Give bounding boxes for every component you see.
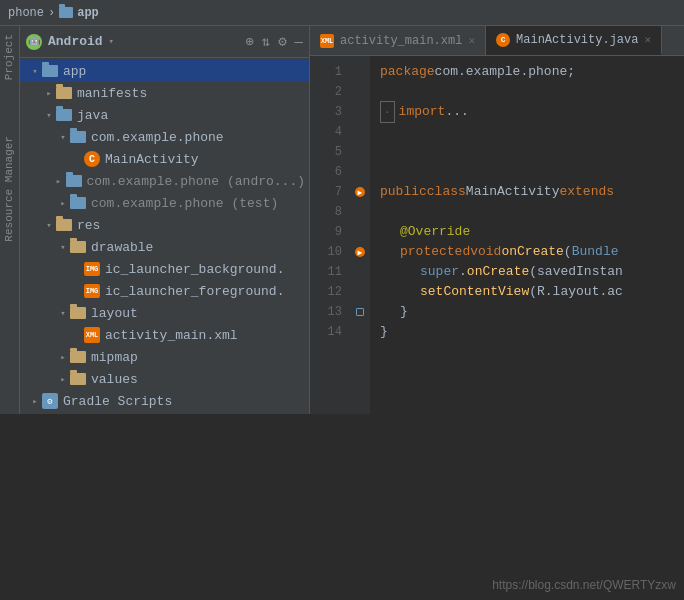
kw-package: package	[380, 62, 435, 82]
folder-icon-app	[42, 65, 58, 77]
line-num-9: 9	[310, 222, 342, 242]
code-import-dots: ...	[445, 102, 468, 122]
line-num-3: 3	[310, 102, 342, 122]
kw-protected: protected	[400, 242, 470, 262]
breadcrumb-bar: phone › app	[0, 0, 684, 26]
gutter-10: ▶	[350, 242, 370, 262]
annotation-override: @Override	[400, 222, 470, 242]
tree-item-app[interactable]: app	[20, 60, 309, 82]
label-layout: layout	[91, 306, 138, 321]
arrow-com-example	[56, 132, 70, 143]
chevron-down-icon[interactable]: ▾	[109, 36, 114, 47]
gutter-13	[350, 302, 370, 322]
sidebar-tab-project[interactable]: Project	[0, 26, 19, 88]
type-bundle: Bundle	[572, 242, 619, 262]
tree-item-ic-fg[interactable]: IMG ic_launcher_foreground.	[20, 280, 309, 302]
folder-icon-com-example	[70, 131, 86, 143]
label-mipmap: mipmap	[91, 350, 138, 365]
folder-icon-com-android	[66, 175, 82, 187]
tree-toolbar-label: 🤖 Android ▾	[26, 34, 237, 50]
android-icon: 🤖	[26, 34, 42, 50]
label-drawable: drawable	[91, 240, 153, 255]
collapse-icon[interactable]: —	[295, 34, 303, 50]
gutter-12	[350, 282, 370, 302]
code-line-9: @Override	[380, 222, 674, 242]
tab-bar: XML activity_main.xml ✕ C MainActivity.j…	[310, 26, 684, 56]
code-line-2	[380, 82, 674, 102]
file-tree-panel: 🤖 Android ▾ ⊕ ⇅ ⚙ — app	[20, 26, 310, 414]
tree-item-java[interactable]: java	[20, 104, 309, 126]
tree-item-drawable[interactable]: drawable	[20, 236, 309, 258]
folder-icon-mipmap	[70, 351, 86, 363]
arrow-drawable	[56, 242, 70, 253]
kw-class: class	[427, 182, 466, 202]
line-num-1: 1	[310, 62, 342, 82]
gutter-5	[350, 142, 370, 162]
kw-void: void	[470, 242, 501, 262]
code-super-args: (savedInstan	[529, 262, 623, 282]
file-icon-activity-xml: XML	[84, 327, 100, 343]
code-scv-args: (R.layout.ac	[529, 282, 623, 302]
sync-icon[interactable]: ⇅	[262, 33, 270, 50]
label-activity-xml: activity_main.xml	[105, 328, 238, 343]
code-close-brace-inner: }	[400, 302, 408, 322]
add-icon[interactable]: ⊕	[245, 33, 253, 50]
gutter-2	[350, 82, 370, 102]
line-num-12: 12	[310, 282, 342, 302]
tab-close-activity-main[interactable]: ✕	[468, 34, 475, 47]
code-content[interactable]: package com.example.phone; · import ...	[370, 56, 684, 414]
label-com-example: com.example.phone	[91, 130, 224, 145]
folder-icon-values	[70, 373, 86, 385]
code-line-8	[380, 202, 674, 222]
label-res: res	[77, 218, 100, 233]
gutter-8	[350, 202, 370, 222]
tree-item-com-example-phone[interactable]: com.example.phone	[20, 126, 309, 148]
label-java: java	[77, 108, 108, 123]
sidebar-tab-resource[interactable]: Resource Manager	[0, 128, 19, 250]
code-line-7: public class MainActivity extends	[380, 182, 674, 202]
gutter-14	[350, 322, 370, 342]
tree-item-gradle[interactable]: ⚙ Gradle Scripts	[20, 390, 309, 412]
tab-mainactivity-java[interactable]: C MainActivity.java ✕	[486, 26, 662, 55]
settings-icon[interactable]: ⚙	[278, 33, 286, 50]
tree-item-manifests[interactable]: manifests	[20, 82, 309, 104]
line-num-7: 7	[310, 182, 342, 202]
tab-close-mainactivity[interactable]: ✕	[644, 33, 651, 46]
tab-activity-main[interactable]: XML activity_main.xml ✕	[310, 26, 486, 55]
line-num-6: 6	[310, 162, 342, 182]
folder-icon-drawable	[70, 241, 86, 253]
gutter-area: ▶ ▶	[350, 56, 370, 414]
gutter-9	[350, 222, 370, 242]
tree-item-activity-main-xml[interactable]: XML activity_main.xml	[20, 324, 309, 346]
tree-item-mipmap[interactable]: mipmap	[20, 346, 309, 368]
run-indicator: ▶	[355, 187, 365, 197]
label-com-android: com.example.phone (andro...)	[87, 174, 305, 189]
arrow-app	[28, 66, 42, 77]
gutter-4	[350, 122, 370, 142]
watermark: https://blog.csdn.net/QWERTYzxw	[492, 578, 676, 592]
tree-item-layout[interactable]: layout	[20, 302, 309, 324]
tree-toolbar-title: Android	[48, 34, 103, 49]
collapse-indicator[interactable]: ·	[380, 101, 395, 123]
tree-item-res[interactable]: res	[20, 214, 309, 236]
tree-item-com-test[interactable]: com.example.phone (test)	[20, 192, 309, 214]
tree-item-mainactivity[interactable]: C MainActivity	[20, 148, 309, 170]
tree-item-com-android[interactable]: com.example.phone (andro...)	[20, 170, 309, 192]
code-line-10: protected void onCreate ( Bundle	[380, 242, 674, 262]
arrow-mipmap	[56, 352, 70, 363]
label-gradle: Gradle Scripts	[63, 394, 172, 409]
tree-item-ic-bg[interactable]: IMG ic_launcher_background.	[20, 258, 309, 280]
tab-label-activity-main: activity_main.xml	[340, 34, 462, 48]
tree-item-values[interactable]: values	[20, 368, 309, 390]
code-dot1: .	[459, 262, 467, 282]
code-line-13: }	[380, 302, 674, 322]
arrow-com-test	[56, 198, 70, 209]
breadcrumb-app: app	[77, 6, 99, 20]
kw-extends: extends	[559, 182, 614, 202]
folder-icon-manifests	[56, 87, 72, 99]
gutter-3	[350, 102, 370, 122]
arrow-res	[42, 220, 56, 231]
arrow-java	[42, 110, 56, 121]
line-num-14: 14	[310, 322, 342, 342]
code-line-14: }	[380, 322, 674, 342]
